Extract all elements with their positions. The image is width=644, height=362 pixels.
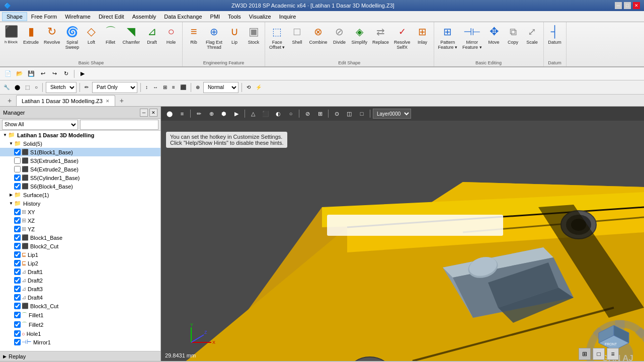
ribbon-btn-extrude[interactable]: ▮ Extrude bbox=[21, 23, 41, 46]
qa-forward-button[interactable]: ▶ bbox=[77, 69, 88, 79]
ribbon-btn-replace[interactable]: ⇄ Replace bbox=[370, 23, 391, 46]
tree-item-fillet1[interactable]: ⌒ Fillet1 bbox=[0, 310, 160, 320]
vt-select-btn[interactable]: ⬤ bbox=[164, 108, 175, 119]
menu-item-data-exchange[interactable]: Data Exchange bbox=[160, 13, 206, 21]
ribbon-btn-rib[interactable]: ≡ Rib bbox=[185, 23, 203, 46]
tree-check-s6[interactable] bbox=[14, 183, 21, 190]
tree-item-mirror1[interactable]: ⊣⊢ Mirror1 bbox=[0, 338, 160, 346]
tree-check-hole1[interactable] bbox=[14, 330, 21, 337]
tree-root[interactable]: ▼ 📁 Latihan 1 Dasar 3D Modelling bbox=[0, 131, 160, 139]
tb2-constraint-icon[interactable]: ⊕ bbox=[194, 82, 201, 93]
tree-item-yz[interactable]: ⊞ YZ bbox=[0, 225, 160, 233]
layer-dropdown[interactable]: Layer0000 bbox=[373, 109, 411, 119]
tree-history-toggle[interactable]: ▼ bbox=[8, 201, 14, 207]
vt-section-btn[interactable]: ⊘ bbox=[302, 108, 313, 119]
vt-snap-btn[interactable]: ⊕ bbox=[206, 108, 217, 119]
tree-item-lip1[interactable]: ⊑ Lip1 bbox=[0, 250, 160, 259]
ribbon-btn-draft[interactable]: ⊿ Draft bbox=[143, 23, 161, 46]
qa-redo-button[interactable]: ↪ bbox=[49, 69, 59, 79]
maximize-button[interactable]: □ bbox=[624, 2, 631, 9]
tree-item-xz[interactable]: ⊞ XZ bbox=[0, 216, 160, 225]
view-btn-list[interactable]: ≡ bbox=[607, 348, 619, 360]
vt-shade-btn[interactable]: ⬛ bbox=[260, 108, 271, 119]
sketch-dropdown[interactable]: Sketch bbox=[46, 82, 76, 93]
sidebar-minimize-btn[interactable]: ─ bbox=[140, 109, 148, 117]
ribbon-btn-flag-ext[interactable]: ⊕ Flag Ext Thread bbox=[204, 23, 224, 51]
tree-check-draft1[interactable] bbox=[14, 268, 21, 275]
ribbon-btn-lip[interactable]: ∪ Lip bbox=[225, 23, 244, 46]
ribbon-btn-pattern[interactable]: ⊞ Pattern Feature ▾ bbox=[436, 23, 460, 51]
tb2-edit-btn[interactable]: ✏ bbox=[83, 82, 90, 93]
vt-perspective-btn[interactable]: ◫ bbox=[344, 108, 355, 119]
tree-check-block1base[interactable] bbox=[14, 234, 21, 241]
tb2-new-btn[interactable]: 🔧 bbox=[2, 82, 11, 93]
qa-save-button[interactable]: 💾 bbox=[26, 69, 36, 79]
tb2-box-btn[interactable]: ⬚ bbox=[24, 82, 31, 93]
tb2-icons5[interactable]: ⬛ bbox=[179, 82, 188, 93]
titlebar-controls[interactable]: ─ □ ✕ bbox=[615, 2, 640, 9]
tree-check-fillet1[interactable] bbox=[14, 312, 21, 318]
tree-check-draft2[interactable] bbox=[14, 277, 21, 284]
tree-check-yz[interactable] bbox=[14, 226, 21, 232]
minimize-button[interactable]: ─ bbox=[615, 2, 622, 9]
tree-item-draft3[interactable]: ⊿ Draft3 bbox=[0, 285, 160, 293]
ribbon-btn-spiral-sweep[interactable]: 🌀 Spiral Sweep bbox=[63, 23, 82, 51]
menu-item-shape[interactable]: Shape bbox=[2, 12, 27, 21]
ribbon-btn-move[interactable]: ✥ Move bbox=[485, 23, 503, 46]
mode-dropdown[interactable]: Part Only bbox=[92, 82, 137, 93]
tab-add-button[interactable]: + bbox=[4, 95, 15, 106]
view-btn-3d[interactable]: ⊞ bbox=[579, 348, 591, 360]
vt-view3d-btn[interactable]: ⊙ bbox=[331, 108, 342, 119]
menu-item-tools[interactable]: Tools bbox=[224, 13, 245, 21]
tb2-icons3[interactable]: ⊞ bbox=[162, 82, 169, 93]
vt-clipping-btn[interactable]: ⊞ bbox=[314, 108, 326, 119]
menu-item-inquire[interactable]: Inquire bbox=[275, 13, 300, 21]
ribbon-btn-mirror[interactable]: ⊣⊢ Mirror Feature ▾ bbox=[460, 23, 484, 51]
ribbon-btn-copy[interactable]: ⧉ Copy bbox=[504, 23, 522, 46]
vt-render-btn[interactable]: ▶ bbox=[231, 108, 242, 119]
menu-item-direct-edit[interactable]: Direct Edit bbox=[95, 13, 128, 21]
tb2-icons4[interactable]: ≡ bbox=[171, 82, 177, 93]
tree-item-block2cut[interactable]: ⬛ Block2_Cut bbox=[0, 242, 160, 250]
menu-item-assembly[interactable]: Assembly bbox=[128, 13, 160, 21]
tree-check-xy[interactable] bbox=[14, 209, 21, 215]
tb2-circle-btn[interactable]: ○ bbox=[33, 82, 39, 93]
tree-history-group[interactable]: ▼ 📁 History bbox=[0, 199, 160, 208]
tree-item-fillet2[interactable]: ⌒ Fillet2 bbox=[0, 320, 160, 329]
tb2-reset-btn[interactable]: ⟲ bbox=[245, 82, 252, 93]
tree-item-xy[interactable]: ⊞ XY bbox=[0, 208, 160, 216]
tree-item-s1[interactable]: ⬛ S1(Block1_Base) bbox=[0, 148, 160, 156]
tree-check-draft3[interactable] bbox=[14, 286, 21, 292]
search-input[interactable] bbox=[80, 120, 159, 130]
tree-check-s5[interactable] bbox=[14, 174, 21, 181]
qa-refresh-button[interactable]: ↻ bbox=[61, 69, 71, 79]
vt-filter-btn[interactable]: ≡ bbox=[177, 108, 188, 119]
tree-item-s3[interactable]: ⬛ S3(Extrude1_Base) bbox=[0, 156, 160, 165]
tree-check-lip1[interactable] bbox=[14, 251, 21, 258]
qa-open-button[interactable]: 📂 bbox=[15, 69, 25, 79]
close-button[interactable]: ✕ bbox=[633, 2, 640, 9]
vt-view-btn[interactable]: ⬢ bbox=[218, 108, 229, 119]
ribbon-btn-fillet[interactable]: ⌒ Fillet bbox=[102, 23, 120, 46]
ribbon-btn-hole[interactable]: ○ Hole bbox=[162, 23, 180, 46]
tree-solid-group[interactable]: ▼ 📁 Solid(5) bbox=[0, 139, 160, 148]
qa-undo-button[interactable]: ↩ bbox=[38, 69, 48, 79]
tree-surface-group[interactable]: ▶ 📁 Surface(1) bbox=[0, 191, 160, 199]
tree-item-block1base[interactable]: ⬛ Block1_Base bbox=[0, 233, 160, 242]
sidebar-close-btn[interactable]: ✕ bbox=[149, 109, 157, 117]
ribbon-btn-stock[interactable]: ▣ Stock bbox=[245, 23, 263, 46]
tb2-extra-btn[interactable]: ⚡ bbox=[254, 82, 263, 93]
menu-item-pmi[interactable]: PMI bbox=[206, 13, 224, 21]
vt-material-btn[interactable]: ◐ bbox=[273, 108, 284, 119]
ribbon-btn-block[interactable]: ⬛ h Block bbox=[2, 23, 20, 46]
vt-edit-btn[interactable]: ✏ bbox=[193, 108, 204, 119]
vt-light-btn[interactable]: ○ bbox=[285, 108, 296, 119]
replay-bar[interactable]: ▶ Replay bbox=[0, 351, 160, 361]
ribbon-btn-resolve[interactable]: ✓ Resolve SelfX bbox=[392, 23, 413, 51]
vt-wire-btn[interactable]: △ bbox=[248, 108, 259, 119]
tab-latihan[interactable]: Latihan 1 Dasar 3D Modelling.Z3 ✕ bbox=[16, 95, 115, 106]
tree-check-block2cut[interactable] bbox=[14, 243, 21, 249]
tree-item-s4[interactable]: ⬛ S4(Extrude2_Base) bbox=[0, 165, 160, 173]
ribbon-btn-inlay[interactable]: ⊞ Inlay bbox=[414, 23, 432, 46]
ribbon-btn-chamfer[interactable]: ◥ Chamfer bbox=[121, 23, 142, 46]
